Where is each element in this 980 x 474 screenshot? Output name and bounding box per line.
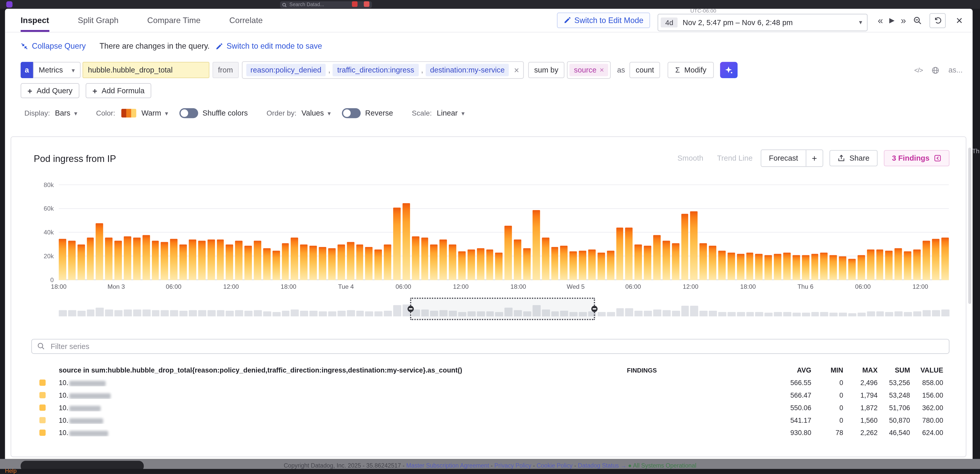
sum-by-select[interactable]: sum by bbox=[528, 62, 565, 78]
play-button[interactable]: ▶ bbox=[889, 17, 895, 24]
filter-tag[interactable]: traffic_direction:ingress bbox=[333, 64, 418, 76]
add-formula-button[interactable]: + Add Formula bbox=[86, 83, 151, 99]
chart-bar bbox=[87, 237, 94, 280]
footer-link[interactable]: Datadog Status → bbox=[578, 462, 626, 469]
metric-name-input[interactable]: hubble.hubble_drop_total bbox=[82, 62, 209, 78]
chart-bar bbox=[672, 243, 679, 280]
skip-back-button[interactable]: « bbox=[878, 16, 883, 25]
chart-plot-area[interactable]: 020k40k60k80k bbox=[59, 185, 949, 280]
table-row[interactable]: 10.930.80782,26246,540624.00 bbox=[31, 426, 950, 439]
zoom-out-button[interactable] bbox=[913, 16, 922, 25]
as-more-label[interactable]: as... bbox=[948, 65, 963, 74]
scrollbar[interactable] bbox=[968, 148, 971, 304]
column-header-sum[interactable]: SUM bbox=[884, 366, 916, 374]
reverse-toggle[interactable] bbox=[342, 108, 361, 118]
scale-label: Scale: bbox=[412, 110, 432, 117]
pencil-icon bbox=[216, 43, 223, 50]
brush-selection[interactable] bbox=[410, 298, 595, 320]
chart-bar bbox=[449, 245, 456, 280]
remove-group-icon[interactable]: × bbox=[600, 65, 604, 74]
filter-tag[interactable]: destination:my-service bbox=[426, 64, 509, 76]
global-search-input[interactable]: Search Datad... bbox=[280, 1, 372, 8]
data-source-select[interactable]: Metrics ▾ bbox=[33, 62, 80, 78]
cell-value: 156.00 bbox=[916, 391, 949, 399]
mini-chart-bar bbox=[672, 310, 680, 317]
tab-inspect[interactable]: Inspect bbox=[21, 9, 49, 32]
filter-series-input[interactable] bbox=[31, 339, 950, 354]
findings-button[interactable]: 3 Findings bbox=[884, 150, 950, 166]
modify-button[interactable]: Σ Modify bbox=[668, 62, 714, 78]
ip-prefix-text: 10. bbox=[59, 391, 68, 399]
switch-to-edit-mode-button[interactable]: Switch to Edit Mode bbox=[557, 13, 650, 28]
chart-bar bbox=[133, 237, 140, 280]
mini-chart-bar bbox=[756, 312, 763, 317]
mini-chart-bar bbox=[300, 311, 308, 317]
smooth-button[interactable]: Smooth bbox=[671, 150, 710, 166]
chart-area: 020k40k60k80k 18:00Mon 306:0012:0018:00T… bbox=[59, 185, 949, 316]
chart-bar bbox=[300, 245, 308, 280]
clear-filters-button[interactable]: × bbox=[514, 65, 519, 74]
help-button[interactable]: Help bbox=[5, 468, 17, 474]
brush-handle-left[interactable] bbox=[408, 306, 414, 312]
forecast-button[interactable]: Forecast bbox=[762, 150, 805, 166]
inspect-modal: InspectSplit GraphCompare TimeCorrelate … bbox=[5, 9, 973, 459]
chart-bar bbox=[792, 255, 800, 280]
switch-to-edit-mode-save-link[interactable]: Switch to edit mode to save bbox=[216, 42, 322, 51]
chart-bar bbox=[347, 242, 354, 280]
group-by-tag[interactable]: source × bbox=[570, 64, 608, 76]
brush-handle-right[interactable] bbox=[592, 306, 598, 312]
color-select[interactable]: Warm ▾ bbox=[142, 109, 168, 118]
chart-bar bbox=[328, 248, 336, 280]
skip-forward-button[interactable]: » bbox=[901, 16, 906, 25]
ai-assistant-button[interactable] bbox=[720, 62, 737, 78]
mini-chart-bar bbox=[811, 312, 819, 317]
table-row[interactable]: 10.550.0601,87251,706362.00 bbox=[31, 401, 950, 414]
order-by-select[interactable]: Values ▾ bbox=[301, 109, 331, 118]
findings-column-header: FINDINGS bbox=[627, 367, 752, 374]
scale-select[interactable]: Linear ▾ bbox=[437, 109, 465, 118]
close-button[interactable]: × bbox=[956, 14, 963, 26]
chart-bar bbox=[356, 245, 363, 280]
globe-icon[interactable] bbox=[932, 66, 940, 74]
tab-compare-time[interactable]: Compare Time bbox=[147, 9, 200, 32]
mini-chart-bar bbox=[161, 310, 169, 316]
display-select[interactable]: Bars ▾ bbox=[55, 109, 77, 118]
code-view-icon[interactable]: </> bbox=[914, 66, 923, 74]
add-query-button[interactable]: + Add Query bbox=[21, 83, 80, 99]
chart-bar bbox=[560, 246, 568, 280]
collapse-query-link[interactable]: Collapse Query bbox=[21, 42, 86, 51]
column-header-value[interactable]: VALUE bbox=[916, 366, 949, 374]
table-row[interactable]: 10.566.4701,79453,248156.00 bbox=[31, 389, 950, 401]
filter-tag[interactable]: reason:policy_denied bbox=[246, 64, 326, 76]
shuffle-colors-toggle[interactable] bbox=[179, 108, 198, 118]
footer-link[interactable]: Privacy Policy bbox=[494, 462, 531, 469]
column-header-avg[interactable]: AVG bbox=[752, 366, 818, 374]
footer-link[interactable]: Cookie Policy bbox=[537, 462, 573, 469]
add-formula-label: Add Formula bbox=[102, 86, 145, 95]
clipped-background-text: Th bbox=[972, 148, 979, 154]
column-header-min[interactable]: MIN bbox=[818, 366, 850, 374]
series-name: 10. bbox=[59, 404, 627, 411]
time-range-picker[interactable]: 4d Nov 2, 5:47 pm – Nov 6, 2:48 pm ▾ bbox=[658, 13, 868, 31]
modify-label: Modify bbox=[684, 65, 706, 74]
mini-chart-bar bbox=[616, 308, 624, 317]
x-axis-label: Tue 4 bbox=[338, 283, 354, 290]
chart-bar bbox=[690, 211, 698, 280]
chart-bar bbox=[811, 254, 819, 280]
tab-split-graph[interactable]: Split Graph bbox=[78, 9, 119, 32]
table-row[interactable]: 10.566.5502,49653,256858.00 bbox=[31, 376, 950, 389]
chart-bar bbox=[59, 239, 66, 280]
table-row[interactable]: 10.541.1701,56050,870780.00 bbox=[31, 414, 950, 426]
add-overlay-button[interactable]: + bbox=[805, 150, 822, 166]
x-axis-label: 06:00 bbox=[625, 283, 641, 290]
footer-link[interactable]: Master Subscription Agreement bbox=[406, 462, 489, 469]
filter-group: reason:policy_denied,traffic_direction:i… bbox=[242, 61, 523, 79]
aggregator-select[interactable]: count bbox=[629, 62, 660, 78]
share-button[interactable]: Share bbox=[829, 150, 878, 166]
tab-correlate[interactable]: Correlate bbox=[229, 9, 262, 32]
column-header-max[interactable]: MAX bbox=[850, 366, 884, 374]
overview-brush[interactable] bbox=[59, 300, 949, 316]
trend-line-button[interactable]: Trend Line bbox=[710, 150, 760, 166]
datadog-logo-icon bbox=[6, 1, 12, 8]
reset-zoom-button[interactable] bbox=[930, 13, 946, 28]
